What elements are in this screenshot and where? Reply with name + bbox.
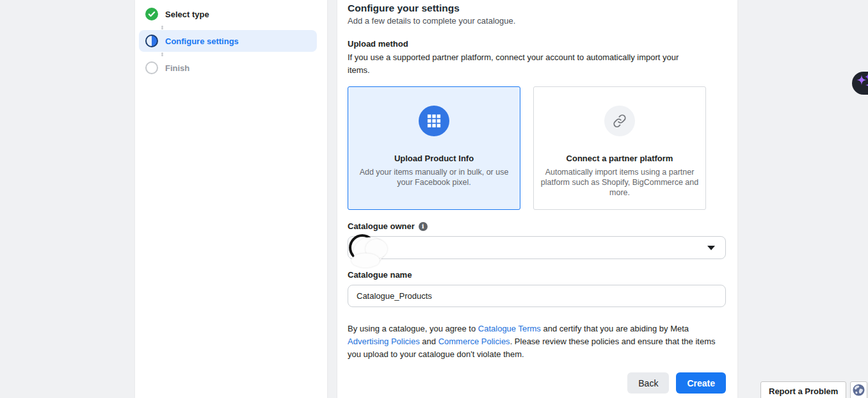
wizard-actions: Back Create <box>627 372 726 394</box>
globe-icon <box>853 384 865 398</box>
step-connector <box>161 25 317 30</box>
language-button[interactable] <box>850 381 867 398</box>
advertising-policies-link[interactable]: Advertising Policies <box>348 337 420 346</box>
card-title: Upload Product Info <box>394 154 474 163</box>
upload-method-options: Upload Product Info Add your items manua… <box>348 86 706 210</box>
report-a-problem-button[interactable]: Report a Problem <box>760 381 846 398</box>
half-progress-icon <box>145 35 158 47</box>
footer-actions: Report a Problem <box>760 381 867 398</box>
step-label: Finish <box>165 63 189 73</box>
check-icon <box>145 8 158 20</box>
meta-ai-button[interactable] <box>852 72 868 95</box>
card-connect-partner-platform[interactable]: Connect a partner platform Automatically… <box>533 86 706 210</box>
step-select-type[interactable]: Select type <box>145 3 317 25</box>
configure-settings-panel: Configure your settings Add a few detail… <box>337 0 737 398</box>
page-subtitle: Add a few details to complete your catal… <box>348 16 515 26</box>
legal-text-part: and <box>420 337 438 346</box>
upload-method-label: Upload method <box>348 39 408 49</box>
step-finish[interactable]: Finish <box>145 57 317 79</box>
step-configure-settings[interactable]: Configure settings <box>139 30 317 52</box>
empty-circle-icon <box>145 61 158 74</box>
back-button[interactable]: Back <box>627 372 669 394</box>
step-connector <box>161 52 317 57</box>
redacted-owner-avatar <box>349 234 394 270</box>
commerce-policies-link[interactable]: Commerce Policies <box>438 337 510 346</box>
catalogue-name-input[interactable] <box>348 285 726 307</box>
sparkles-icon <box>855 73 868 94</box>
catalogue-owner-select[interactable] <box>348 236 726 259</box>
card-description: Automatically import items using a partn… <box>540 167 699 198</box>
info-icon[interactable]: i <box>419 222 428 231</box>
create-button[interactable]: Create <box>676 372 726 394</box>
catalogue-owner-label-row: Catalogue owner i <box>348 221 428 231</box>
page-title: Configure your settings <box>348 3 460 14</box>
link-icon <box>604 106 635 136</box>
catalogue-name-label: Catalogue name <box>348 270 412 280</box>
upload-method-description: If you use a supported partner platform,… <box>348 51 698 77</box>
catalogue-owner-label: Catalogue owner <box>348 221 415 231</box>
step-label: Select type <box>165 10 209 19</box>
legal-text-part: By using a catalogue, you agree to <box>348 324 478 333</box>
wizard-steps-sidebar: Select type Configure settings Finish <box>135 0 327 398</box>
caret-down-icon <box>707 246 715 250</box>
legal-text-part: and certify that you are abiding by Meta <box>541 324 689 333</box>
card-upload-product-info[interactable]: Upload Product Info Add your items manua… <box>348 86 520 210</box>
catalogue-terms-link[interactable]: Catalogue Terms <box>478 324 541 333</box>
step-label: Configure settings <box>165 36 239 46</box>
card-title: Connect a partner platform <box>567 154 673 163</box>
legal-text: By using a catalogue, you agree to Catal… <box>348 322 725 361</box>
card-description: Add your items manually or in bulk, or u… <box>355 167 513 187</box>
grid-icon <box>419 106 449 136</box>
